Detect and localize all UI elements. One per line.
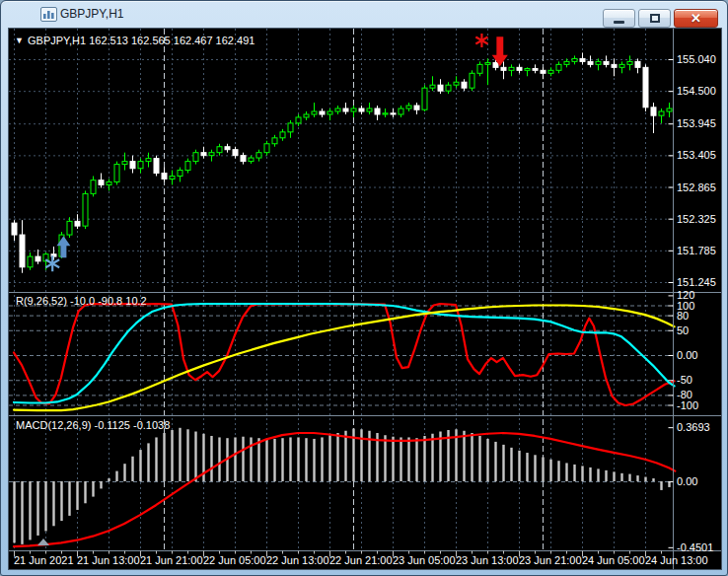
candle-bull (548, 70, 553, 73)
candle-bull (367, 108, 372, 111)
candle-bull (328, 111, 332, 114)
symbol-ohlc-label: GBPJPY,H1 162.513 162.565 162.467 162.49… (28, 35, 255, 46)
candle-bear (359, 108, 364, 111)
candle-bear (241, 156, 246, 162)
price-tick-label: 152.325 (677, 213, 716, 225)
candle-bear (99, 180, 104, 185)
candle-bull (556, 64, 561, 70)
chart-window: GBPJPY,H1 ✕ 155.040154.500153.945153.405… (0, 0, 728, 576)
chart-window-icon (40, 7, 57, 22)
candle-bull (178, 171, 182, 177)
time-tick-label: 23 Jun 21:00 (519, 554, 582, 566)
candle-bull (280, 132, 285, 138)
candle-bull (185, 162, 190, 171)
candle-bull (296, 117, 301, 123)
candle-bear (20, 235, 25, 267)
macd-tick-label: 0.3693 (677, 421, 710, 433)
time-tick-label: 21 Jun 21:00 (140, 554, 203, 566)
candle-bear (343, 108, 348, 111)
candle-bull (107, 181, 111, 184)
oscillator-label: R(9,26,52) -10.0 -90.8 10.2 (16, 295, 147, 307)
candle-bear (438, 85, 443, 91)
candle-bull (249, 158, 254, 162)
time-tick-label: 21 Jun 13:00 (77, 554, 140, 566)
minimize-button[interactable] (603, 9, 635, 28)
candle-bear (12, 223, 17, 235)
oscillator-tick-label: 80 (677, 310, 689, 322)
time-tick-label: 22 Jun 05:00 (203, 554, 266, 566)
restore-button[interactable] (638, 9, 671, 28)
candle-bear (612, 64, 617, 67)
candle-bull (422, 88, 427, 109)
price-tick-label: 153.405 (677, 149, 716, 161)
candle-bull (596, 61, 601, 64)
candle-bull (351, 108, 356, 111)
macd-label: MACD(12,26,9) -0.1125 -0.1038 (16, 419, 170, 431)
candle-bear (225, 147, 230, 150)
time-tick-label: 21 Jun 2021 (14, 554, 74, 566)
candle-bear (320, 111, 325, 114)
candle-bull (67, 221, 72, 235)
candle-bull (28, 256, 33, 267)
time-tick-label: 22 Jun 21:00 (329, 554, 393, 566)
candle-bear (493, 63, 498, 68)
candle-bull (114, 165, 119, 182)
time-tick-label: 24 Jun 05:00 (582, 554, 645, 566)
candle-bear (130, 162, 135, 169)
oscillator-tick-label: -100 (677, 399, 698, 411)
candle-bull (572, 58, 577, 61)
candle-bull (619, 64, 624, 67)
candle-bull (399, 108, 403, 114)
restore-icon (650, 14, 660, 23)
price-tick-label: 151.785 (677, 245, 716, 256)
price-tick-label: 154.500 (677, 85, 716, 97)
candle-bear (588, 61, 593, 64)
candle-bear (375, 108, 380, 114)
price-tick-label: 151.245 (677, 276, 716, 288)
close-button[interactable]: ✕ (674, 9, 718, 28)
candle-bull (193, 153, 198, 162)
candle-bull (509, 67, 514, 70)
chart-client-area: 155.040154.500153.945153.405152.865152.3… (8, 28, 722, 570)
symbol-dropdown-icon[interactable]: ▼ (15, 36, 24, 45)
candle-bull (138, 162, 143, 169)
oscillator-tick-label: 0.00 (677, 349, 697, 361)
candle-bear (414, 106, 419, 109)
close-icon: ✕ (691, 12, 701, 25)
macd-tick-label: 0.00 (677, 475, 697, 487)
candle-bull (485, 63, 490, 65)
time-tick-label: 23 Jun 05:00 (393, 554, 456, 566)
oscillator-tick-label: -50 (677, 374, 692, 386)
candle-bull (146, 159, 151, 162)
candle-bull (122, 162, 127, 165)
candle-bear (154, 159, 159, 174)
price-tick-label: 152.865 (677, 181, 716, 193)
candle-bull (312, 111, 317, 114)
caption-buttons: ✕ (603, 9, 718, 28)
candle-bull (659, 111, 664, 115)
candle-bear (75, 221, 80, 226)
price-tick-label: 155.040 (677, 53, 716, 65)
time-tick-label: 23 Jun 13:00 (456, 554, 519, 566)
candle-bear (580, 58, 585, 61)
candle-bear (462, 82, 467, 88)
chart-canvas[interactable]: 155.040154.500153.945153.405152.865152.3… (9, 29, 721, 569)
macd-tick-label: -0.4501 (677, 541, 713, 553)
candle-bear (501, 67, 506, 70)
candle-bear (391, 113, 396, 114)
candle-bull (209, 153, 214, 156)
title-bar[interactable]: GBPJPY,H1 ✕ (1, 1, 727, 28)
price-tick-label: 153.945 (677, 117, 716, 129)
window-title: GBPJPY,H1 (60, 7, 123, 21)
candle-bull (83, 193, 88, 226)
candle-bear (201, 153, 206, 156)
candle-bear (651, 108, 656, 115)
candle-bear (162, 174, 167, 180)
candle-bull (627, 61, 632, 64)
candle-bear (533, 69, 538, 71)
candle-bull (304, 114, 309, 117)
candle-bull (288, 123, 293, 132)
candle-bull (430, 85, 435, 88)
candle-bull (406, 106, 411, 108)
candle-bull (383, 113, 388, 114)
